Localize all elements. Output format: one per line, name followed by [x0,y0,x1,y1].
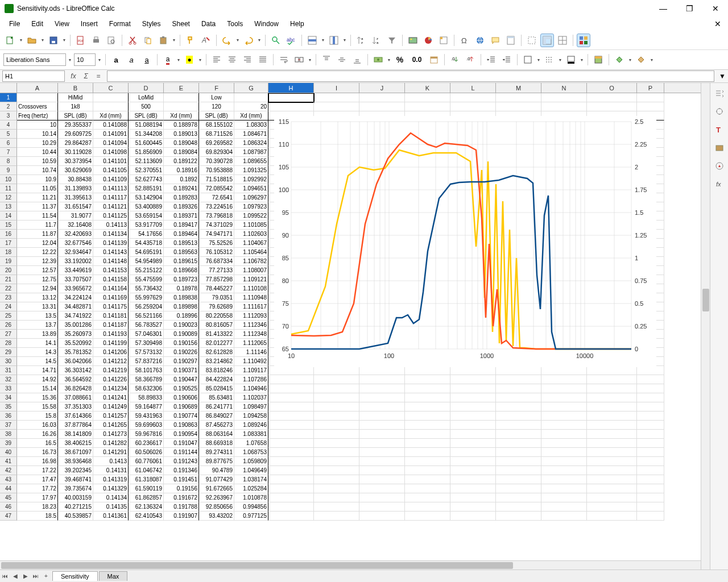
cell[interactable]: 35.260973 [58,330,93,339]
cell[interactable] [637,502,664,512]
cell[interactable]: 29.355337 [58,120,93,130]
cell[interactable] [587,430,637,439]
cell[interactable] [314,439,359,448]
wrap-text-icon[interactable] [277,53,291,66]
column-header-N[interactable]: N [541,83,587,93]
sort-asc-icon[interactable]: az [354,34,368,47]
cell[interactable] [541,393,587,402]
cell[interactable] [268,430,314,439]
font-color-dropdown[interactable]: ▼ [176,58,181,62]
row-header[interactable]: 13 [0,202,17,211]
row-header[interactable]: 21 [0,275,17,284]
cell[interactable]: 14.1 [17,339,58,348]
border-style-dropdown[interactable]: ▼ [558,58,562,62]
cell[interactable] [496,384,541,393]
cell[interactable]: 0.141175 [93,302,129,311]
cell[interactable]: 0.189326 [164,202,199,211]
formula-input[interactable] [107,70,714,82]
cell[interactable] [450,457,496,466]
cell[interactable] [450,366,496,375]
cell[interactable]: 29.609725 [58,130,93,139]
cell[interactable] [314,502,359,512]
cell[interactable]: 59.431963 [129,411,164,421]
cell[interactable] [587,375,637,384]
cell[interactable] [268,475,314,484]
cell[interactable] [496,493,541,502]
column-header-G[interactable]: G [234,83,268,93]
cell[interactable]: 34.482871 [58,302,93,311]
cell[interactable]: 0.141212 [93,357,129,366]
cell[interactable]: 0.190525 [164,384,199,393]
cell[interactable]: 39.202345 [58,466,93,475]
cell[interactable]: 12.04 [17,239,58,248]
close-button[interactable]: ✕ [708,4,723,13]
cell[interactable] [405,402,450,411]
cell[interactable] [314,475,359,484]
row-header[interactable]: 10 [0,175,17,184]
tab-prev[interactable]: ◀ [10,573,20,579]
font-name-dropdown[interactable]: ▼ [68,58,72,62]
row-header[interactable]: 33 [0,384,17,393]
cell[interactable]: 0.14113 [93,221,129,230]
cell[interactable]: 0.141105 [93,166,129,175]
cell[interactable]: 72.085542 [199,184,234,193]
cell[interactable] [268,484,314,493]
cell[interactable]: 32.677546 [58,239,93,248]
cell[interactable] [450,493,496,502]
cell[interactable] [541,484,587,493]
cell[interactable]: 59.699603 [129,421,164,430]
cell[interactable] [496,93,541,102]
cell[interactable] [405,457,450,466]
menu-file[interactable]: File [3,18,26,30]
cell[interactable] [268,384,314,393]
cell[interactable] [496,393,541,402]
cell[interactable] [587,493,637,502]
cell[interactable]: 0.141219 [93,366,129,375]
tab-add[interactable]: + [41,573,51,579]
cell[interactable] [314,375,359,384]
cell[interactable]: 0.141148 [93,257,129,266]
cell[interactable] [637,402,664,411]
cell[interactable] [405,421,450,430]
cell[interactable]: 1.108007 [234,266,268,275]
cell[interactable] [496,502,541,512]
cell[interactable] [637,484,664,493]
new-icon[interactable] [3,34,17,47]
cell[interactable]: 31.9077 [58,211,93,221]
pivot-table-icon[interactable] [437,34,450,47]
cell[interactable]: 34.741922 [58,311,93,321]
tab-max[interactable]: Max [99,571,128,581]
cell[interactable]: 0.141273 [93,430,129,439]
cell[interactable] [314,102,359,111]
cell[interactable]: 38.936468 [58,457,93,466]
cell[interactable]: 88.063164 [199,430,234,439]
cell[interactable]: 0.190297 [164,357,199,366]
tab-first[interactable]: ⏮ [0,573,10,579]
row-header[interactable]: 41 [0,457,17,466]
cell[interactable] [450,411,496,421]
cell[interactable]: 81.413322 [199,330,234,339]
cell[interactable]: 16.03 [17,421,58,430]
cell[interactable]: 60.506026 [129,448,164,457]
cell[interactable]: 0.189417 [164,221,199,230]
cell[interactable]: 0.141158 [93,275,129,284]
cell[interactable] [587,466,637,475]
cell[interactable]: 0.141117 [93,193,129,202]
cell[interactable]: 1.109117 [234,366,268,375]
cell[interactable]: 0.191788 [164,502,199,512]
conditional-icon[interactable] [613,53,626,66]
cell[interactable]: 0.141234 [93,384,129,393]
cell[interactable] [314,457,359,466]
cell[interactable]: 54.435718 [129,239,164,248]
border-style-icon[interactable] [543,53,556,66]
cell[interactable]: 61.318087 [129,475,164,484]
cell[interactable]: 1.112348 [234,330,268,339]
cell[interactable] [359,375,405,384]
cell[interactable]: 56.259204 [129,302,164,311]
column-header-I[interactable]: I [314,83,359,93]
cell[interactable]: 86.241771 [199,402,234,411]
cell[interactable]: 75.52526 [199,239,234,248]
cell[interactable]: 0.141139 [93,239,129,248]
cell[interactable]: 10.44 [17,148,58,157]
cell[interactable] [405,484,450,493]
